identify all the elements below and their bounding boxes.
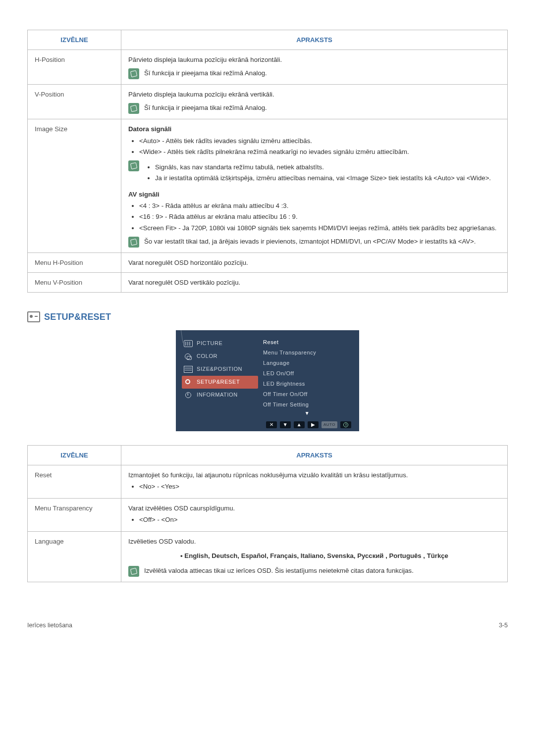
list-item: Signāls, kas nav standarta režīmu tabulā…	[155, 162, 500, 172]
osd-label: PICTURE	[197, 340, 222, 348]
header-desc: APRAKSTS	[121, 445, 508, 465]
down-icon: ▼	[280, 421, 291, 428]
osd-option-led-onoff: LED On/Off	[263, 368, 351, 379]
table-size-position: IZVĒLNE APRAKSTS H-Position Pārvieto dis…	[27, 30, 508, 293]
desc-text: Varat noregulēt OSD horizontālo pozīciju…	[121, 252, 508, 272]
note-icon	[128, 566, 139, 577]
osd-screenshot: PICTURE COLOR SIZE&POSITION SETUP&RESET …	[27, 330, 508, 431]
section-setup-reset: SETUP&RESET	[27, 310, 508, 323]
osd-item-information: INFORMATION	[184, 389, 258, 402]
color-icon	[184, 353, 193, 360]
osd-label: SIZE&POSITION	[197, 365, 242, 373]
desc-text: Pārvieto displeja laukuma pozīciju ekrān…	[128, 90, 500, 99]
note-text: Izvēlētā valoda attiecas tikai uz ierīce…	[144, 566, 500, 575]
desc-cell: Datora signāli <Auto> - Attēls tiek rādī…	[121, 119, 508, 252]
osd-item-size-position: SIZE&POSITION	[184, 363, 258, 376]
enter-icon: ▶	[308, 421, 319, 428]
osd-option-reset: Reset	[263, 337, 351, 348]
desc-text: Pārvieto displeja laukuma pozīciju ekrān…	[128, 55, 500, 64]
menu-language: Language	[28, 532, 121, 582]
desc-cell: Varat izvēlēties OSD caurspīdīgumu. <Off…	[121, 498, 508, 531]
note: Izvēlētā valoda attiecas tikai uz ierīce…	[128, 566, 500, 577]
info-icon	[184, 392, 193, 399]
osd-option-led-brightness: LED Brightness	[263, 379, 351, 389]
menu-v-position: V-Position	[28, 85, 121, 119]
osd-left-menu: PICTURE COLOR SIZE&POSITION SETUP&RESET …	[184, 337, 258, 417]
up-icon: ▲	[294, 421, 305, 428]
header-desc: APRAKSTS	[121, 30, 508, 50]
menu-transparency: Menu Transparency	[28, 498, 121, 531]
table-header-row: IZVĒLNE APRAKSTS	[28, 30, 508, 50]
list-item: <Wide> - Attēls tiek rādīts pilnekrāna r…	[139, 147, 500, 156]
osd-panel: PICTURE COLOR SIZE&POSITION SETUP&RESET …	[176, 330, 359, 431]
table-row: Menu V-Position Varat noregulēt OSD vert…	[28, 272, 508, 292]
menu-menu-h-position: Menu H-Position	[28, 252, 121, 272]
page-footer: Ierīces lietošana 3-5	[27, 617, 508, 630]
header-menu: IZVĒLNE	[28, 30, 121, 50]
desc-cell: Izmantojiet šo funkciju, lai atjaunotu r…	[121, 465, 508, 498]
power-icon	[340, 421, 351, 428]
pc-signals-list: <Auto> - Attēls tiek rādīts ievades sign…	[128, 136, 500, 156]
desc-text: Varat izvēlēties OSD caurspīdīgumu.	[128, 504, 500, 513]
scroll-down-icon: ▼	[263, 410, 351, 417]
options-list: <Off> - <On>	[128, 515, 500, 524]
table-row: Image Size Datora signāli <Auto> - Attēl…	[28, 119, 508, 252]
note-icon	[128, 237, 139, 248]
note-text: Šo var iestatīt tikai tad, ja ārējais ie…	[144, 237, 500, 246]
osd-label: COLOR	[197, 353, 217, 360]
note-body: Signāls, kas nav standarta režīmu tabulā…	[144, 160, 500, 185]
setup-icon	[184, 379, 193, 386]
osd-label: INFORMATION	[197, 391, 238, 399]
note: Signāls, kas nav standarta režīmu tabulā…	[128, 160, 500, 185]
pc-signals-header: Datora signāli	[128, 124, 500, 134]
table-row: Language Izvēlieties OSD valodu. • Engli…	[28, 532, 508, 582]
note: Šo var iestatīt tikai tad, ja ārējais ie…	[128, 237, 500, 248]
osd-body: PICTURE COLOR SIZE&POSITION SETUP&RESET …	[184, 337, 351, 417]
osd-footer-buttons: ✕ ▼ ▲ ▶ AUTO	[184, 421, 351, 428]
osd-option-off-timer-onoff: Off Timer On/Off	[263, 389, 351, 400]
footer-left: Ierīces lietošana	[27, 621, 72, 630]
header-menu: IZVĒLNE	[28, 445, 121, 465]
list-item: Ja ir iestatīta optimālā izšķirtspēja, i…	[155, 173, 500, 183]
av-signals-list: <4 : 3> - Rāda attēlus ar ekrāna malu at…	[128, 201, 500, 232]
table-row: V-Position Pārvieto displeja laukuma poz…	[28, 85, 508, 119]
osd-right-menu: Reset Menu Transparency Language LED On/…	[258, 337, 351, 417]
note-text: Šī funkcija ir pieejama tikai režīmā Ana…	[144, 103, 500, 112]
menu-menu-v-position: Menu V-Position	[28, 272, 121, 292]
osd-label: SETUP&RESET	[197, 378, 240, 386]
list-item: <4 : 3> - Rāda attēlus ar ekrāna malu at…	[139, 201, 500, 210]
picture-icon	[184, 340, 193, 347]
desc-text: Varat noregulēt OSD vertikālo pozīciju.	[121, 272, 508, 292]
osd-option-language: Language	[263, 358, 351, 368]
list-item: <16 : 9> - Rāda attēlus ar ekrāna malu a…	[139, 212, 500, 221]
list-item: <Auto> - Attēls tiek rādīts ievades sign…	[139, 136, 500, 146]
section-title: SETUP&RESET	[44, 310, 111, 323]
table-header-row: IZVĒLNE APRAKSTS	[28, 445, 508, 465]
note: Šī funkcija ir pieejama tikai režīmā Ana…	[128, 103, 500, 114]
osd-option-off-timer-setting: Off Timer Setting	[263, 400, 351, 410]
note-text: Šī funkcija ir pieejama tikai režīmā Ana…	[144, 68, 500, 78]
desc-cell: Pārvieto displeja laukuma pozīciju ekrān…	[121, 85, 508, 119]
menu-h-position: H-Position	[28, 50, 121, 85]
av-signals-header: AV signāli	[128, 190, 500, 199]
note-icon	[128, 103, 139, 114]
osd-item-setup-reset: SETUP&RESET	[182, 376, 258, 389]
note-icon	[128, 68, 139, 79]
close-icon: ✕	[266, 421, 277, 428]
menu-reset: Reset	[28, 465, 121, 498]
list-item: <Off> - <On>	[139, 515, 500, 524]
desc-text: Izvēlieties OSD valodu.	[128, 537, 500, 546]
desc-text: Izmantojiet šo funkciju, lai atjaunotu r…	[128, 470, 500, 480]
menu-image-size: Image Size	[28, 119, 121, 252]
table-row: H-Position Pārvieto displeja laukuma poz…	[28, 50, 508, 85]
setup-reset-icon	[27, 311, 40, 322]
note-list: Signāls, kas nav standarta režīmu tabulā…	[144, 162, 500, 183]
note-icon	[128, 160, 139, 171]
list-item: <Screen Fit> - Ja 720P, 1080i vai 1080P …	[139, 223, 500, 233]
list-item: <No> - <Yes>	[139, 482, 500, 491]
table-row: Menu H-Position Varat noregulēt OSD hori…	[28, 252, 508, 272]
language-list: • English, Deutsch, Español, Français, I…	[128, 551, 500, 560]
osd-option-transparency: Menu Transparency	[263, 348, 351, 358]
table-row: Reset Izmantojiet šo funkciju, lai atjau…	[28, 465, 508, 498]
table-row: Menu Transparency Varat izvēlēties OSD c…	[28, 498, 508, 531]
